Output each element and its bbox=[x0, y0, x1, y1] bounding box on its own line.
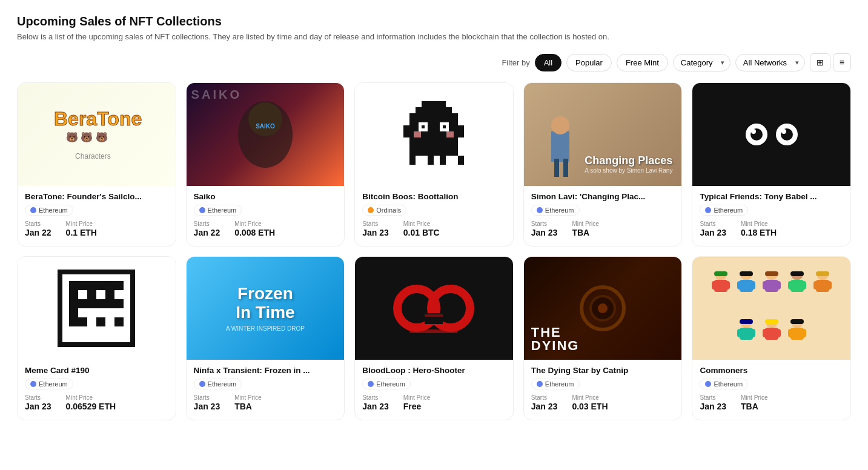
svg-rect-56 bbox=[740, 271, 753, 276]
starts-label: Starts bbox=[531, 220, 558, 227]
chain-badge: Ethereum bbox=[700, 379, 748, 389]
nft-card[interactable]: FrozenIn Time A WINTER INSPIRED DROP Nin… bbox=[186, 256, 345, 420]
chain-name: Ethereum bbox=[545, 380, 574, 388]
price-label: Mint Price bbox=[572, 220, 598, 227]
svg-rect-9 bbox=[403, 125, 409, 137]
cards-grid: BeraTone 🐻 🐻 🐻 Characters BeraTone: Foun… bbox=[17, 82, 851, 420]
page-container: Upcoming Sales of NFT Collections Below … bbox=[0, 0, 868, 435]
starts-label: Starts bbox=[194, 220, 220, 227]
svg-rect-46 bbox=[409, 329, 458, 333]
starts-label: Starts bbox=[700, 394, 726, 401]
svg-rect-22 bbox=[551, 131, 569, 162]
card-title: Ninfa x Transient: Frozen in ... bbox=[194, 366, 337, 375]
mint-price: Free bbox=[403, 402, 430, 411]
filter-label: Filter by bbox=[502, 58, 529, 67]
svg-rect-14 bbox=[440, 156, 446, 165]
price-label: Mint Price bbox=[66, 394, 116, 401]
page-subtitle: Below is a list of the upcoming sales of… bbox=[17, 32, 851, 41]
svg-rect-81 bbox=[765, 319, 778, 324]
network-select[interactable]: All Networks bbox=[735, 54, 805, 71]
svg-rect-68 bbox=[788, 281, 793, 290]
svg-rect-45 bbox=[425, 314, 443, 317]
svg-text:SAIKO: SAIKO bbox=[256, 123, 275, 130]
svg-rect-58 bbox=[737, 281, 742, 290]
mint-price: TBA bbox=[234, 402, 261, 411]
chain-name: Ethereum bbox=[208, 207, 237, 214]
starts-date: Jan 23 bbox=[25, 402, 51, 411]
filter-free-mint-button[interactable]: Free Mint bbox=[617, 54, 668, 71]
grid-view-button[interactable]: ⊞ bbox=[810, 53, 830, 71]
starts-label: Starts bbox=[25, 220, 51, 227]
nft-card[interactable]: Meme Card #190 Ethereum Starts Jan 23 Mi… bbox=[17, 256, 176, 420]
chain-icon bbox=[705, 207, 711, 213]
chain-icon bbox=[705, 381, 711, 387]
price-label: Mint Price bbox=[741, 220, 777, 227]
starts-label: Starts bbox=[25, 394, 51, 401]
category-select[interactable]: Category bbox=[673, 54, 731, 71]
view-toggle: ⊞ ≡ bbox=[810, 53, 851, 71]
card-image: BeraTone 🐻 🐻 🐻 Characters bbox=[18, 83, 176, 186]
nft-card[interactable]: SAIKO SAIKO Saiko Ethereum Starts Jan 22… bbox=[186, 82, 345, 247]
nft-card[interactable]: Bitcoin Boos: Boottalion Ordinals Starts… bbox=[354, 82, 514, 247]
price-label: Mint Price bbox=[234, 220, 275, 227]
list-view-button[interactable]: ≡ bbox=[833, 53, 851, 71]
price-label: Mint Price bbox=[741, 394, 767, 401]
price-label: Mint Price bbox=[66, 220, 97, 227]
svg-point-32 bbox=[781, 129, 786, 134]
starts-label: Starts bbox=[362, 394, 389, 401]
filter-all-button[interactable]: All bbox=[535, 54, 562, 71]
svg-rect-79 bbox=[750, 329, 755, 337]
chain-name: Ordinals bbox=[376, 207, 401, 214]
svg-rect-51 bbox=[714, 271, 727, 276]
svg-rect-41 bbox=[105, 317, 114, 326]
chain-icon bbox=[30, 381, 36, 387]
svg-rect-25 bbox=[563, 159, 568, 177]
nft-card[interactable]: THEDYING The Dying Star by Catnip Ethere… bbox=[523, 256, 683, 420]
nft-card[interactable]: BeraTone 🐻 🐻 🐻 Characters BeraTone: Foun… bbox=[17, 82, 176, 247]
starts-date: Jan 22 bbox=[194, 228, 220, 237]
filter-popular-button[interactable]: Popular bbox=[566, 54, 612, 71]
svg-text:Characters: Characters bbox=[75, 152, 111, 161]
nft-card[interactable]: Commoners Ethereum Starts Jan 23 Mint Pr… bbox=[692, 256, 851, 420]
chain-icon bbox=[368, 207, 374, 213]
chain-icon bbox=[199, 381, 205, 387]
svg-rect-76 bbox=[740, 319, 753, 324]
card-image bbox=[692, 257, 850, 360]
mint-price: 0.06529 ETH bbox=[66, 402, 116, 411]
nft-card[interactable]: Changing Places A solo show by Simon Lav… bbox=[523, 82, 683, 247]
svg-rect-73 bbox=[813, 281, 818, 290]
nft-card[interactable]: BloodLoop : Hero-Shooter Ethereum Starts… bbox=[354, 256, 514, 420]
starts-date: Jan 23 bbox=[700, 402, 726, 411]
chain-name: Ethereum bbox=[376, 380, 405, 388]
card-image: Changing Places A solo show by Simon Lav… bbox=[524, 83, 682, 186]
price-label: Mint Price bbox=[403, 220, 440, 227]
card-image: SAIKO SAIKO bbox=[187, 83, 345, 186]
svg-rect-10 bbox=[458, 125, 464, 137]
svg-rect-37 bbox=[69, 281, 78, 326]
chain-badge: Ethereum bbox=[531, 379, 580, 389]
card-title: Meme Card #190 bbox=[25, 366, 168, 375]
chain-name: Ethereum bbox=[39, 380, 68, 388]
chain-name: Ethereum bbox=[714, 380, 743, 388]
svg-rect-19 bbox=[443, 125, 446, 128]
starts-date: Jan 23 bbox=[194, 402, 220, 411]
svg-rect-53 bbox=[712, 281, 717, 290]
svg-rect-20 bbox=[414, 131, 421, 137]
card-image bbox=[18, 257, 176, 360]
svg-rect-7 bbox=[416, 107, 452, 113]
card-image: THEDYING bbox=[524, 257, 682, 360]
mint-price: 0.18 ETH bbox=[741, 228, 777, 237]
chain-badge: Ordinals bbox=[362, 205, 406, 216]
card-title: The Dying Star by Catnip bbox=[531, 366, 675, 375]
svg-point-49 bbox=[598, 303, 608, 313]
svg-rect-59 bbox=[750, 281, 755, 290]
category-select-wrap: Category bbox=[673, 54, 731, 71]
svg-rect-66 bbox=[790, 271, 804, 276]
starts-date: Jan 23 bbox=[362, 402, 389, 411]
svg-rect-15 bbox=[458, 156, 464, 165]
mint-price: 0.1 ETH bbox=[66, 228, 97, 237]
card-title: Commoners bbox=[700, 366, 843, 375]
card-image: FrozenIn Time A WINTER INSPIRED DROP bbox=[187, 257, 345, 360]
chain-name: Ethereum bbox=[714, 207, 743, 214]
nft-card[interactable]: Typical Friends: Tony Babel ... Ethereum… bbox=[692, 82, 851, 247]
